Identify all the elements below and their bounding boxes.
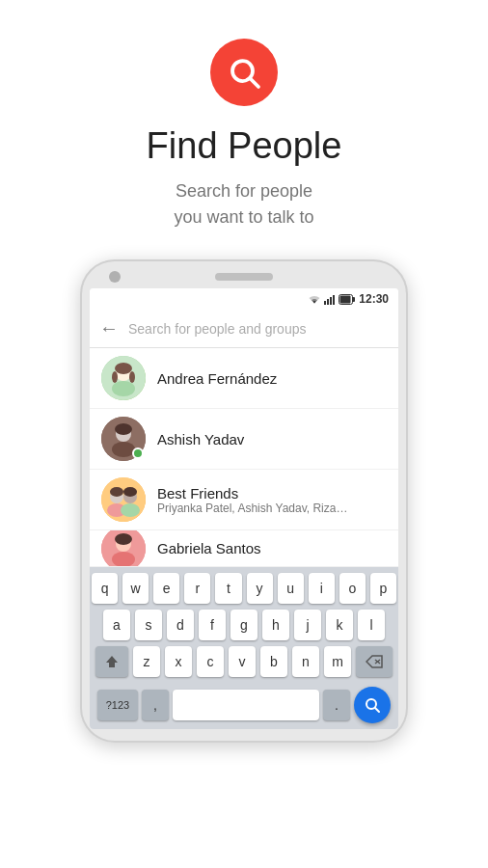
svg-line-34 [375, 708, 379, 712]
key-period[interactable]: . [323, 690, 350, 720]
hero-search-icon [210, 39, 278, 106]
svg-point-29 [115, 533, 132, 545]
contact-subtitle: Priyanka Patel, Ashish Yadav, Riza S... [157, 502, 350, 515]
avatar-wrap [101, 530, 146, 567]
key-backspace[interactable] [356, 646, 393, 677]
svg-point-11 [112, 381, 135, 396]
page-title: Find People [147, 125, 342, 167]
key-q[interactable]: q [92, 573, 118, 604]
contact-list: Andrea Fernández [90, 348, 398, 567]
keyboard-row-2: a s d f g h j k l [92, 610, 396, 640]
key-g[interactable]: g [230, 610, 258, 640]
phone-top-hardware [90, 273, 398, 288]
svg-point-24 [110, 487, 123, 497]
list-item[interactable]: Andrea Fernández [90, 348, 398, 409]
keyboard-search-icon [364, 696, 381, 714]
key-i[interactable]: i [309, 573, 335, 604]
phone-camera [109, 271, 121, 283]
svg-point-13 [112, 371, 118, 383]
key-numbers[interactable]: ?123 [97, 690, 138, 720]
svg-point-18 [115, 423, 132, 435]
avatar [101, 477, 146, 522]
status-icons: 12:30 [308, 292, 389, 306]
key-c[interactable]: c [197, 646, 224, 677]
contact-name: Best Friends [157, 485, 387, 502]
keyboard-row-1: q w e r t y u i o p [92, 573, 396, 604]
key-l[interactable]: l [358, 610, 385, 640]
avatar [101, 356, 146, 400]
key-x[interactable]: x [165, 646, 192, 677]
page-subtitle: Search for peopleyou want to talk to [174, 178, 313, 231]
key-a[interactable]: a [103, 610, 130, 640]
svg-line-1 [251, 79, 258, 87]
key-w[interactable]: w [122, 573, 149, 604]
avatar-wrap [101, 356, 146, 400]
key-o[interactable]: o [339, 573, 366, 604]
key-f[interactable]: f [199, 610, 226, 640]
key-k[interactable]: k [326, 610, 353, 640]
svg-point-25 [123, 487, 137, 497]
key-comma[interactable]: , [142, 690, 169, 720]
svg-point-28 [112, 552, 135, 567]
key-shift[interactable] [95, 646, 128, 677]
contact-name: Andrea Fernández [157, 370, 387, 387]
contact-name: Ashish Yadav [157, 431, 387, 448]
key-n[interactable]: n [292, 646, 319, 677]
online-status-dot [132, 448, 144, 459]
time-display: 12:30 [359, 292, 389, 306]
shift-icon [105, 655, 119, 668]
backspace-icon [366, 655, 383, 668]
svg-point-14 [129, 371, 135, 383]
contact-name: Gabriela Santos [157, 540, 387, 556]
svg-point-12 [115, 363, 132, 374]
signal-icon [324, 294, 336, 305]
key-j[interactable]: j [294, 610, 321, 640]
key-r[interactable]: r [184, 573, 210, 604]
search-input[interactable]: Search for people and groups [128, 321, 389, 337]
key-z[interactable]: z [133, 646, 160, 677]
keyboard-bottom-row: ?123 , . [92, 683, 396, 729]
wifi-icon [308, 294, 321, 305]
list-item[interactable]: Gabriela Santos [90, 530, 398, 567]
svg-rect-5 [333, 295, 335, 305]
avatar-wrap [101, 417, 146, 461]
hero-section: Find People Search for peopleyou want to… [0, 0, 488, 250]
key-d[interactable]: d [167, 610, 194, 640]
key-p[interactable]: p [370, 573, 396, 604]
list-item[interactable]: Best Friends Priyanka Patel, Ashish Yada… [90, 470, 398, 530]
contact-info: Ashish Yadav [157, 431, 387, 448]
key-u[interactable]: u [278, 573, 304, 604]
key-b[interactable]: b [260, 646, 287, 677]
key-y[interactable]: y [247, 573, 273, 604]
avatar [101, 530, 146, 567]
back-arrow-icon[interactable]: ← [99, 317, 119, 339]
svg-point-23 [121, 503, 140, 517]
avatar-image [101, 477, 146, 522]
key-space[interactable] [173, 690, 319, 720]
key-v[interactable]: v [229, 646, 256, 677]
phone-screen: 12:30 ← Search for people and groups [90, 288, 398, 729]
status-bar: 12:30 [90, 288, 398, 310]
key-e[interactable]: e [153, 573, 179, 604]
key-s[interactable]: s [135, 610, 162, 640]
phone-mockup: 12:30 ← Search for people and groups [80, 259, 408, 743]
svg-rect-3 [327, 299, 329, 305]
key-m[interactable]: m [324, 646, 351, 677]
svg-marker-30 [106, 656, 118, 667]
avatar-wrap [101, 477, 146, 522]
phone-speaker [215, 273, 273, 281]
contact-info: Gabriela Santos [157, 540, 387, 556]
key-h[interactable]: h [262, 610, 289, 640]
svg-rect-19 [101, 477, 146, 522]
in-app-search-bar[interactable]: ← Search for people and groups [90, 310, 398, 348]
keyboard-row-3: z x c v b n m [92, 646, 396, 677]
list-item[interactable]: Ashish Yadav [90, 409, 398, 470]
avatar-image [101, 530, 146, 567]
contact-info: Andrea Fernández [157, 370, 387, 387]
keyboard: q w e r t y u i o p a s d f g [90, 567, 398, 729]
battery-icon [339, 294, 356, 305]
svg-rect-2 [324, 301, 326, 305]
key-t[interactable]: t [215, 573, 241, 604]
svg-rect-8 [340, 295, 351, 303]
key-search-button[interactable] [354, 687, 391, 723]
